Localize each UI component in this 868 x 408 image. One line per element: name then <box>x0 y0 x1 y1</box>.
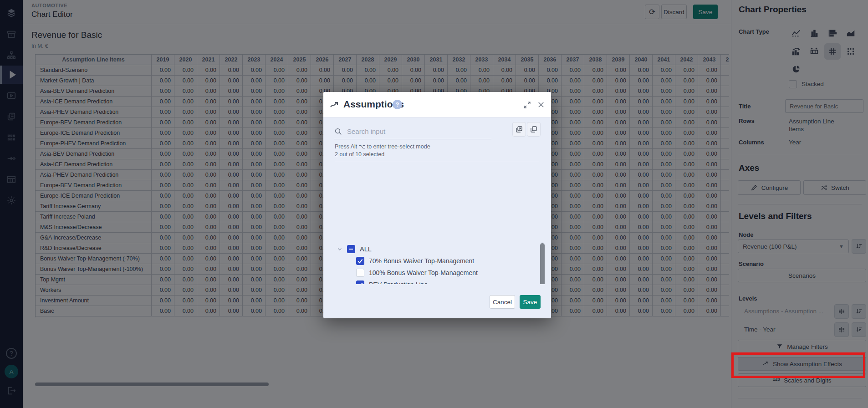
search-input[interactable] <box>347 128 475 135</box>
chevron-down-icon[interactable] <box>337 246 342 252</box>
app-root: ? A AUTOMOTIVE Chart Editor ⟳ Discard Sa… <box>0 0 868 408</box>
assumption-item[interactable]: BEV Production Line <box>323 279 542 284</box>
search-icon <box>334 128 342 136</box>
deselect-all-pages-button[interactable] <box>527 122 541 137</box>
divider <box>335 161 539 161</box>
expand-icon[interactable] <box>523 101 531 109</box>
checkbox-unchecked[interactable] <box>356 269 364 277</box>
modal-save-button[interactable]: Save <box>520 295 541 309</box>
cancel-button[interactable]: Cancel <box>490 295 515 309</box>
pages-arrow-icon <box>515 125 523 133</box>
assumption-item[interactable]: 100% Bonus Waiver Top-Management <box>323 267 542 279</box>
assumption-item-label: 100% Bonus Waiver Top-Management <box>369 269 478 276</box>
assumption-item[interactable]: 70% Bonus Waiver Top-Management <box>323 255 542 267</box>
assumption-item-label: 70% Bonus Waiver Top-Management <box>369 257 474 265</box>
tree-select-hint: Press Alt ⌥ to enter tree-select mode <box>335 143 430 150</box>
selection-status: 2 out of 10 selected <box>335 151 384 158</box>
assumption-list: 70% Bonus Waiver Top-Management100% Bonu… <box>323 255 542 284</box>
pages-icon <box>530 125 538 133</box>
close-icon[interactable] <box>537 101 545 109</box>
tree-root-row[interactable]: ALL <box>337 243 372 255</box>
modal-help-icon[interactable]: ? <box>393 100 402 109</box>
assumption-effects-arrow-icon <box>329 100 341 111</box>
assumption-tree: ALL 70% Bonus Waiver Top-Management100% … <box>323 165 551 284</box>
modal-scrollbar-thumb[interactable] <box>540 243 545 284</box>
select-all-pages-button[interactable] <box>512 122 526 137</box>
checkbox-checked[interactable] <box>356 257 364 265</box>
annotation-highlight-red-box <box>731 352 865 378</box>
modal-header: Assumptions ? <box>323 92 551 117</box>
checkbox-indeterminate[interactable] <box>347 245 355 253</box>
assumption-item-label: BEV Production Line <box>369 281 428 284</box>
tree-root-label: ALL <box>360 245 372 253</box>
checkbox-checked[interactable] <box>356 280 364 284</box>
search-field <box>334 124 491 139</box>
help-glyph: ? <box>396 101 399 108</box>
assumptions-modal: Assumptions ? Press Alt ⌥ to enter tree-… <box>323 92 551 318</box>
